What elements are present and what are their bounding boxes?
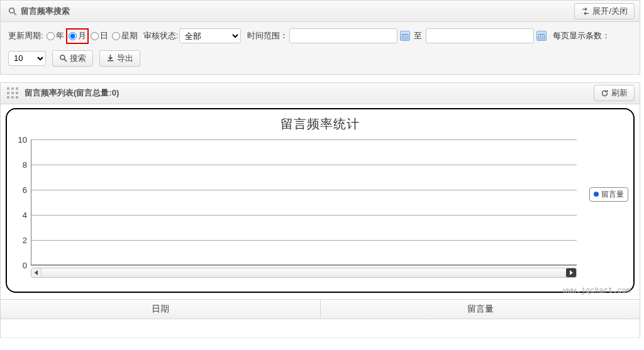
ytick-label: 0 xyxy=(23,260,27,270)
calendar-icon[interactable] xyxy=(536,31,547,41)
radio-month-label: 月 xyxy=(78,30,86,41)
radio-month-highlight: 月 xyxy=(66,28,89,44)
date-from-input[interactable] xyxy=(289,28,397,43)
page-size-label: 每页显示条数： xyxy=(553,30,610,41)
search-panel: 留言频率搜索 展开/关闭 更新周期: 年 月 日 星期 xyxy=(0,0,640,75)
table-empty-row xyxy=(1,319,640,338)
chart-scrollbar[interactable] xyxy=(31,268,577,278)
list-panel: 留言频率列表(留言总量:0) 刷新 留言频率统计 0246810 留言量 xyxy=(0,82,640,338)
svg-line-3 xyxy=(64,59,66,61)
export-button-label: 导出 xyxy=(117,53,133,64)
audit-label: 审核状态: xyxy=(143,30,179,41)
search-button-label: 搜索 xyxy=(70,53,86,64)
chart-box: 留言频率统计 0246810 留言量 xyxy=(6,108,635,293)
grid-icon-wrap xyxy=(6,87,19,99)
date-to-input[interactable] xyxy=(426,28,534,43)
ytick-label: 8 xyxy=(23,160,27,169)
radio-year-label: 年 xyxy=(56,30,64,41)
grid-icon xyxy=(7,87,18,99)
chart-legend: 留言量 xyxy=(589,187,628,202)
ytick-label: 10 xyxy=(18,134,27,144)
radio-year[interactable]: 年 xyxy=(45,30,66,41)
ytick-label: 6 xyxy=(23,185,27,194)
retweet-icon xyxy=(581,8,590,15)
date-from-field xyxy=(289,28,410,43)
legend-series-label: 留言量 xyxy=(601,189,624,200)
chart-plot-area: 0246810 xyxy=(31,139,577,265)
radio-week[interactable]: 星期 xyxy=(110,30,140,41)
toggle-collapse-label: 展开/关闭 xyxy=(592,6,628,17)
radio-month-input[interactable] xyxy=(69,32,77,40)
search-button[interactable]: 搜索 xyxy=(52,50,93,67)
radio-month[interactable]: 月 xyxy=(69,30,86,41)
radio-day-label: 日 xyxy=(100,30,108,41)
radio-year-input[interactable] xyxy=(47,32,55,40)
refresh-button[interactable]: 刷新 xyxy=(594,85,635,101)
radio-day-input[interactable] xyxy=(91,32,99,40)
search-icon xyxy=(59,54,67,62)
date-to-field xyxy=(426,28,547,43)
calendar-icon[interactable] xyxy=(400,31,410,41)
chart-axes xyxy=(31,139,577,265)
chart-container: 留言频率统计 0246810 留言量 www.jqchart.com xyxy=(1,108,640,295)
table-col-count[interactable]: 留言量 xyxy=(320,300,640,319)
radio-week-input[interactable] xyxy=(112,32,120,40)
list-panel-header: 留言频率列表(留言总量:0) 刷新 xyxy=(1,83,640,104)
refresh-icon xyxy=(601,89,609,97)
search-panel-header: 留言频率搜索 展开/关闭 xyxy=(1,1,640,22)
table-header: 日期 留言量 xyxy=(1,299,640,319)
chart-watermark: www.jqchart.com xyxy=(563,287,631,295)
export-button[interactable]: 导出 xyxy=(99,50,140,67)
range-label: 时间范围： xyxy=(247,30,288,41)
list-panel-title: 留言频率列表(留言总量:0) xyxy=(23,87,119,99)
download-icon xyxy=(106,54,114,62)
search-row-2: 10 搜索 导出 xyxy=(8,50,632,67)
search-panel-body: 更新周期: 年 月 日 星期 审核状态: 全部 时间范围： xyxy=(1,22,640,74)
legend-marker-icon xyxy=(594,192,599,197)
scroll-left-button[interactable] xyxy=(31,268,42,277)
toggle-collapse-button[interactable]: 展开/关闭 xyxy=(574,3,635,19)
chart-title: 留言频率统计 xyxy=(7,109,633,133)
gridline: 0 xyxy=(31,265,577,266)
ytick-label: 4 xyxy=(23,210,27,219)
audit-select[interactable]: 全部 xyxy=(179,28,241,43)
period-label: 更新周期: xyxy=(8,30,43,41)
refresh-button-label: 刷新 xyxy=(611,87,628,99)
to-label: 至 xyxy=(414,30,422,41)
svg-line-1 xyxy=(14,12,16,14)
radio-week-label: 星期 xyxy=(121,30,138,41)
table-col-date[interactable]: 日期 xyxy=(1,300,320,319)
page-size-select[interactable]: 10 xyxy=(8,51,46,66)
radio-day[interactable]: 日 xyxy=(89,30,110,41)
search-panel-title: 留言频率搜索 xyxy=(19,6,70,17)
search-icon xyxy=(6,7,19,16)
scroll-right-button[interactable] xyxy=(566,268,576,277)
ytick-label: 2 xyxy=(23,235,27,244)
